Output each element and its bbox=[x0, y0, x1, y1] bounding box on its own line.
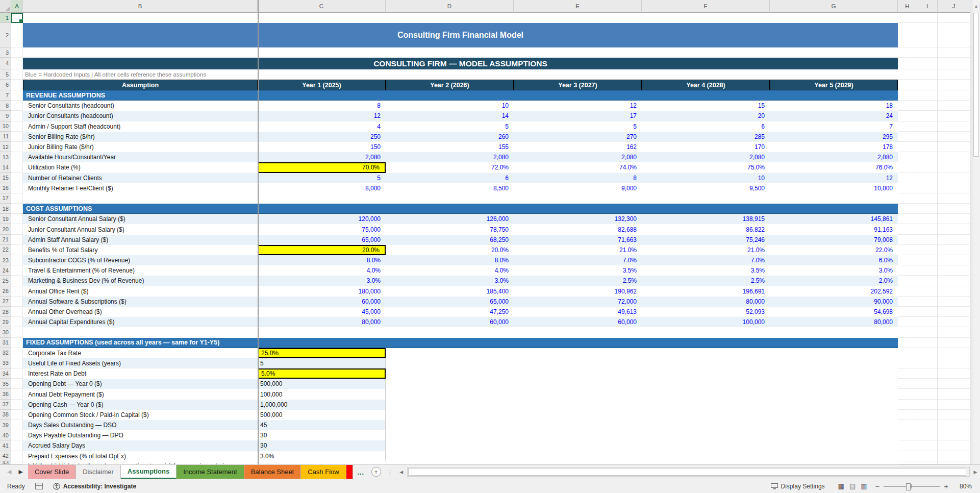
sheet-tab-partial[interactable] bbox=[346, 465, 353, 479]
cell-I10[interactable] bbox=[917, 121, 938, 132]
header-year-4-cell[interactable]: Year 4 (2028) bbox=[642, 80, 770, 90]
legend-note-cell[interactable]: Blue = Hardcoded Inputs | All other cell… bbox=[23, 69, 898, 80]
cell-I20[interactable] bbox=[917, 224, 938, 234]
value-cell-D23[interactable]: 8.0% bbox=[386, 255, 514, 265]
value-cell-C38[interactable]: 500,000 bbox=[258, 410, 386, 420]
value-cell-C34[interactable]: 5.0% bbox=[258, 368, 386, 379]
cell-H39[interactable] bbox=[898, 420, 917, 430]
cell-A42[interactable] bbox=[11, 451, 23, 461]
cell-H21[interactable] bbox=[898, 235, 917, 245]
cell-I2[interactable] bbox=[917, 23, 938, 47]
column-header-e[interactable]: E bbox=[514, 0, 642, 13]
tab-scroll-left-icon[interactable]: ◀ bbox=[7, 469, 11, 475]
zoom-slider-thumb[interactable] bbox=[906, 483, 911, 490]
value-cell-G26[interactable]: 202,592 bbox=[770, 286, 898, 297]
cell-F40[interactable] bbox=[642, 430, 770, 440]
hscroll-left-icon[interactable]: ◀ bbox=[397, 465, 406, 479]
value-cell-C35[interactable]: 500,000 bbox=[258, 379, 386, 389]
row-header-11[interactable]: 11 bbox=[0, 132, 11, 142]
row-header-41[interactable]: 41 bbox=[0, 440, 11, 451]
cell-J2[interactable] bbox=[938, 23, 970, 47]
cell-A30[interactable] bbox=[11, 327, 23, 337]
value-cell-E8[interactable]: 12 bbox=[514, 101, 642, 111]
cell-H2[interactable] bbox=[898, 23, 917, 47]
value-cell-C19[interactable]: 120,000 bbox=[258, 214, 386, 224]
normal-view-icon[interactable]: ▦ bbox=[838, 482, 844, 490]
zoom-out-icon[interactable]: − bbox=[875, 482, 880, 490]
value-cell-C15[interactable]: 5 bbox=[258, 173, 386, 183]
value-cell-C41[interactable]: 30 bbox=[258, 440, 386, 451]
vertical-scrollbar-thumb[interactable] bbox=[973, 13, 979, 157]
cell-I29[interactable] bbox=[917, 317, 938, 327]
cell-J3[interactable] bbox=[938, 47, 970, 58]
header-year-3-cell[interactable]: Year 3 (2027) bbox=[514, 80, 642, 90]
cell-H32[interactable] bbox=[898, 348, 917, 358]
cell-G41[interactable] bbox=[770, 440, 898, 451]
cell-J21[interactable] bbox=[938, 235, 970, 245]
value-cell-F10[interactable]: 6 bbox=[642, 121, 770, 132]
row-header-42[interactable]: 42 bbox=[0, 451, 11, 461]
row-label-cell-B32[interactable]: Corporate Tax Rate bbox=[23, 348, 258, 358]
value-cell-E10[interactable]: 5 bbox=[514, 121, 642, 132]
cell-A18[interactable] bbox=[11, 204, 23, 214]
value-cell-E19[interactable]: 132,300 bbox=[514, 214, 642, 224]
cell-A11[interactable] bbox=[11, 132, 23, 142]
value-cell-D26[interactable]: 185,400 bbox=[386, 286, 514, 297]
value-cell-C25[interactable]: 3.0% bbox=[258, 276, 386, 286]
cell-A24[interactable] bbox=[11, 265, 23, 276]
cell-H43[interactable] bbox=[898, 461, 917, 464]
cell-D40[interactable] bbox=[386, 430, 514, 440]
value-cell-C39[interactable]: 45 bbox=[258, 420, 386, 430]
row-header-39[interactable]: 39 bbox=[0, 420, 11, 430]
cell-I8[interactable] bbox=[917, 101, 938, 111]
cell-D33[interactable] bbox=[386, 358, 514, 368]
row-label-cell-B42[interactable]: Prepaid Expenses (% of total OpEx) bbox=[23, 451, 258, 461]
row-label-cell-B13[interactable]: Available Hours/Consultant/Year bbox=[23, 152, 258, 162]
cell-I26[interactable] bbox=[917, 286, 938, 297]
value-cell-C22[interactable]: 20.0% bbox=[258, 245, 386, 255]
cell-D37[interactable] bbox=[386, 400, 514, 410]
value-cell-F24[interactable]: 3.5% bbox=[642, 265, 770, 276]
cell-I12[interactable] bbox=[917, 142, 938, 152]
row-header-24[interactable]: 24 bbox=[0, 265, 11, 276]
cell-I43[interactable] bbox=[917, 461, 938, 464]
value-cell-G25[interactable]: 2.0% bbox=[770, 276, 898, 286]
value-cell-G16[interactable]: 10,000 bbox=[770, 183, 898, 193]
value-cell-F16[interactable]: 9,500 bbox=[642, 183, 770, 193]
cell-J24[interactable] bbox=[938, 265, 970, 276]
row-header-32[interactable]: 32 bbox=[0, 348, 11, 358]
cell-J6[interactable] bbox=[938, 80, 970, 90]
value-cell-D10[interactable]: 5 bbox=[386, 121, 514, 132]
vertical-scrollbar[interactable]: ▲ bbox=[972, 0, 980, 464]
cell-I33[interactable] bbox=[917, 358, 938, 368]
cell-H23[interactable] bbox=[898, 255, 917, 265]
row-header-35[interactable]: 35 bbox=[0, 379, 11, 389]
value-cell-E21[interactable]: 71,663 bbox=[514, 235, 642, 245]
cell-H1[interactable] bbox=[898, 13, 917, 23]
row-label-cell-B10[interactable]: Admin / Support Staff (headcount) bbox=[23, 121, 258, 132]
row-label-cell-B23[interactable]: Subcontractor COGS (% of Revenue) bbox=[23, 255, 258, 265]
row-header-30[interactable]: 30 bbox=[0, 327, 11, 337]
row-header-22[interactable]: 22 bbox=[0, 245, 11, 255]
sheet-tab-cash-flow[interactable]: Cash Flow bbox=[301, 465, 346, 479]
cell-J43[interactable] bbox=[938, 461, 970, 464]
cell-J19[interactable] bbox=[938, 214, 970, 224]
cell-H4[interactable] bbox=[898, 58, 917, 69]
row-label-cell-B36[interactable]: Annual Debt Repayment ($) bbox=[23, 389, 258, 399]
row-header-10[interactable]: 10 bbox=[0, 121, 11, 132]
header-year-1-cell[interactable]: Year 1 (2025) bbox=[258, 80, 386, 90]
value-cell-D25[interactable]: 3.0% bbox=[386, 276, 514, 286]
cell-J10[interactable] bbox=[938, 121, 970, 132]
cell-I35[interactable] bbox=[917, 379, 938, 389]
column-header-c[interactable]: C bbox=[258, 0, 386, 13]
value-cell-F25[interactable]: 2.5% bbox=[642, 276, 770, 286]
cell-A14[interactable] bbox=[11, 162, 23, 172]
value-cell-D16[interactable]: 8,500 bbox=[386, 183, 514, 193]
value-cell-E20[interactable]: 82,688 bbox=[514, 224, 642, 234]
value-cell-C40[interactable]: 30 bbox=[258, 430, 386, 440]
row-label-cell-B14[interactable]: Utilization Rate (%) bbox=[23, 162, 258, 172]
cell-G39[interactable] bbox=[770, 420, 898, 430]
cell-I14[interactable] bbox=[917, 162, 938, 172]
cell-H10[interactable] bbox=[898, 121, 917, 132]
cell-A26[interactable] bbox=[11, 286, 23, 297]
